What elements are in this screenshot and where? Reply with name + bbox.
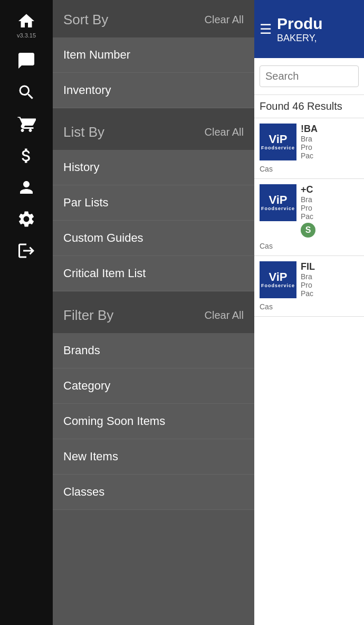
product-case: Cas <box>260 242 359 250</box>
left-navigation: v3.3.15 <box>0 0 53 625</box>
nav-logout[interactable] <box>0 235 53 267</box>
product-item[interactable]: ViP Foodservice FIL Bra Pro Pac Cas <box>254 256 364 317</box>
filter-category[interactable]: Category <box>53 368 254 404</box>
list-critical-item-list[interactable]: Critical Item List <box>53 256 254 291</box>
product-pack: Pac <box>301 212 359 221</box>
product-item[interactable]: ViP Foodservice +C Bra Pro Pac S Cas <box>254 179 364 256</box>
search-bar <box>254 58 364 95</box>
nav-search[interactable] <box>0 77 53 108</box>
list-by-header: List By Clear All <box>53 112 254 150</box>
filter-classes[interactable]: Classes <box>53 475 254 510</box>
list-custom-guides[interactable]: Custom Guides <box>53 221 254 256</box>
sort-clear-all-button[interactable]: Clear All <box>205 14 244 26</box>
sort-item-number[interactable]: Item Number <box>53 37 254 73</box>
sort-by-title: Sort By <box>63 12 108 28</box>
filter-by-header: Filter By Clear All <box>53 296 254 333</box>
nav-home[interactable]: v3.3.15 <box>0 5 53 45</box>
filter-clear-all-button[interactable]: Clear All <box>205 309 244 321</box>
product-name: +C <box>301 184 359 195</box>
product-name: !BA <box>301 124 359 135</box>
product-description: Pro <box>301 281 359 289</box>
nav-settings[interactable] <box>0 203 53 235</box>
product-case: Cas <box>260 302 359 311</box>
product-logo: ViP Foodservice <box>260 124 296 160</box>
product-description: Pro <box>301 143 359 151</box>
product-pack: Pac <box>301 151 359 160</box>
list-history[interactable]: History <box>53 150 254 185</box>
results-count: Found 46 Results <box>254 95 364 118</box>
header-subtitle: BAKERY, <box>277 33 323 44</box>
product-description: Pro <box>301 204 359 212</box>
product-brand: Bra <box>301 135 359 143</box>
product-brand: Bra <box>301 272 359 281</box>
list-clear-all-button[interactable]: Clear All <box>205 126 244 138</box>
badge-s: S <box>301 223 315 238</box>
product-case: Cas <box>260 165 359 173</box>
nav-profile[interactable] <box>0 172 53 203</box>
filter-panel: Sort By Clear All Item Number Inventory … <box>53 0 254 625</box>
sort-inventory[interactable]: Inventory <box>53 73 254 108</box>
hamburger-icon[interactable]: ☰ <box>260 21 272 37</box>
product-brand: Bra <box>301 195 359 204</box>
sort-by-header: Sort By Clear All <box>53 0 254 37</box>
product-pack: Pac <box>301 289 359 298</box>
header-title: Produ <box>277 15 323 33</box>
product-logo: ViP Foodservice <box>260 261 296 298</box>
filter-brands[interactable]: Brands <box>53 333 254 368</box>
search-input[interactable] <box>260 65 359 87</box>
filter-new-items[interactable]: New Items <box>53 439 254 475</box>
app-version: v3.3.15 <box>17 32 36 39</box>
product-item[interactable]: ViP Foodservice !BA Bra Pro Pac Cas <box>254 118 364 179</box>
product-header: ☰ Produ BAKERY, <box>254 0 364 58</box>
product-list: ViP Foodservice !BA Bra Pro Pac Cas ViP <box>254 118 364 625</box>
filter-coming-soon[interactable]: Coming Soon Items <box>53 404 254 439</box>
nav-cart[interactable] <box>0 108 53 140</box>
nav-chat[interactable] <box>0 45 53 77</box>
filter-by-title: Filter By <box>63 307 113 324</box>
product-name: FIL <box>301 261 359 272</box>
list-par-lists[interactable]: Par Lists <box>53 185 254 221</box>
product-logo: ViP Foodservice <box>260 184 296 221</box>
list-by-title: List By <box>63 124 104 140</box>
nav-pricing[interactable] <box>0 140 53 172</box>
product-panel: ☰ Produ BAKERY, Found 46 Results ViP Foo… <box>254 0 364 625</box>
